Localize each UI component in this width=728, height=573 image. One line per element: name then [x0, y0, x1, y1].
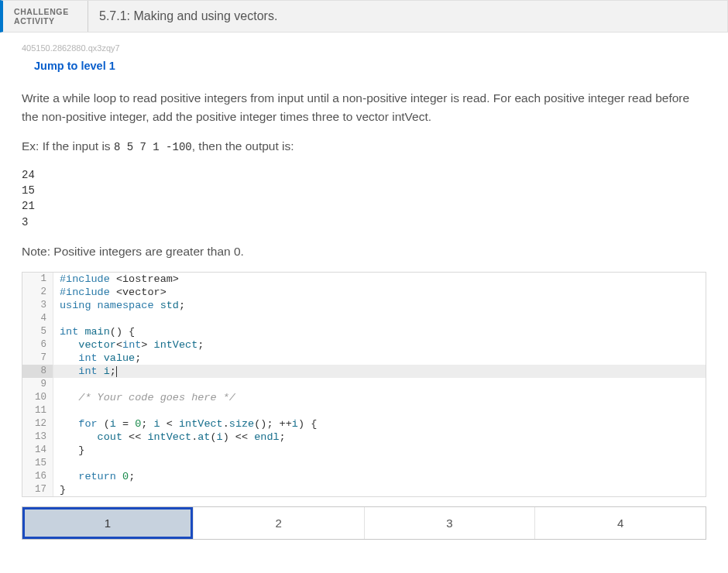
- example-output: 24 15 21 3: [22, 167, 706, 230]
- line-number: 14: [22, 444, 53, 457]
- code-content[interactable]: [53, 378, 706, 391]
- example-prefix: Ex: If the input is: [22, 139, 114, 153]
- example-input: 8 5 7 1 -100: [114, 141, 192, 153]
- code-content[interactable]: using namespace std;: [53, 299, 706, 312]
- line-number: 15: [22, 457, 53, 470]
- code-content[interactable]: }: [53, 483, 706, 496]
- prompt-paragraph: Write a while loop to read positive inte…: [22, 89, 706, 126]
- code-content[interactable]: [53, 404, 706, 417]
- level-selector: 1234: [22, 506, 706, 540]
- code-content[interactable]: return 0;: [53, 470, 706, 483]
- code-line[interactable]: 14 }: [22, 444, 706, 457]
- code-line[interactable]: 11: [22, 404, 706, 417]
- line-number: 7: [22, 352, 53, 365]
- code-line[interactable]: 15: [22, 457, 706, 470]
- code-line[interactable]: 6 vector<int> intVect;: [22, 338, 706, 352]
- code-content[interactable]: /* Your code goes here */: [53, 391, 706, 404]
- line-number: 10: [22, 391, 53, 404]
- line-number: 1: [22, 273, 53, 286]
- code-content[interactable]: [53, 457, 706, 470]
- code-content[interactable]: #include <iostream>: [53, 273, 706, 286]
- jump-to-level-link[interactable]: Jump to level 1: [34, 60, 115, 72]
- line-number: 3: [22, 299, 53, 312]
- line-number: 2: [22, 286, 53, 299]
- code-content[interactable]: int value;: [53, 352, 706, 365]
- problem-prompt: Write a while loop to read positive inte…: [22, 89, 706, 261]
- code-editor[interactable]: 1#include <iostream>2#include <vector>3u…: [22, 272, 706, 497]
- challenge-badge: CHALLENGE ACTIVITY: [3, 1, 88, 32]
- line-number: 6: [22, 338, 53, 352]
- code-content[interactable]: #include <vector>: [53, 286, 706, 299]
- level-button-3[interactable]: 3: [365, 507, 536, 539]
- line-number: 5: [22, 325, 53, 338]
- line-number: 12: [22, 417, 53, 431]
- badge-line1: CHALLENGE: [14, 7, 77, 16]
- code-line[interactable]: 2#include <vector>: [22, 286, 706, 299]
- badge-line2: ACTIVITY: [14, 16, 77, 26]
- content-area: 405150.2862880.qx3zqy7 Jump to level 1 W…: [0, 39, 728, 540]
- code-content[interactable]: vector<int> intVect;: [53, 338, 706, 352]
- challenge-header: CHALLENGE ACTIVITY 5.7.1: Making and usi…: [0, 0, 728, 33]
- level-button-2[interactable]: 2: [194, 507, 365, 539]
- text-cursor: [116, 366, 117, 377]
- code-content[interactable]: cout << intVect.at(i) << endl;: [53, 431, 706, 444]
- prompt-note: Note: Positive integers are greater than…: [22, 242, 706, 261]
- code-line[interactable]: 9: [22, 378, 706, 391]
- example-line: Ex: If the input is 8 5 7 1 -100, then t…: [22, 137, 706, 156]
- code-line[interactable]: 17}: [22, 483, 706, 496]
- code-line[interactable]: 7 int value;: [22, 352, 706, 365]
- example-suffix: , then the output is:: [192, 139, 294, 153]
- line-number: 9: [22, 378, 53, 391]
- code-line[interactable]: 13 cout << intVect.at(i) << endl;: [22, 431, 706, 444]
- code-content[interactable]: for (i = 0; i < intVect.size(); ++i) {: [53, 417, 706, 431]
- code-line[interactable]: 12 for (i = 0; i < intVect.size(); ++i) …: [22, 417, 706, 431]
- line-number: 13: [22, 431, 53, 444]
- code-content[interactable]: int i;: [53, 365, 706, 378]
- activity-hash: 405150.2862880.qx3zqy7: [22, 43, 706, 53]
- code-line[interactable]: 10 /* Your code goes here */: [22, 391, 706, 404]
- level-button-4[interactable]: 4: [535, 507, 706, 539]
- line-number: 16: [22, 470, 53, 483]
- code-line[interactable]: 5int main() {: [22, 325, 706, 338]
- challenge-title: 5.7.1: Making and using vectors.: [88, 1, 288, 32]
- level-button-1[interactable]: 1: [22, 507, 194, 539]
- line-number: 4: [22, 312, 53, 325]
- code-line[interactable]: 16 return 0;: [22, 470, 706, 483]
- code-line[interactable]: 8 int i;: [22, 365, 706, 378]
- code-content[interactable]: int main() {: [53, 325, 706, 338]
- code-content[interactable]: [53, 312, 706, 325]
- code-content[interactable]: }: [53, 444, 706, 457]
- code-line[interactable]: 3using namespace std;: [22, 299, 706, 312]
- code-line[interactable]: 1#include <iostream>: [22, 273, 706, 286]
- line-number: 8: [22, 365, 53, 378]
- line-number: 17: [22, 483, 53, 496]
- line-number: 11: [22, 404, 53, 417]
- code-line[interactable]: 4: [22, 312, 706, 325]
